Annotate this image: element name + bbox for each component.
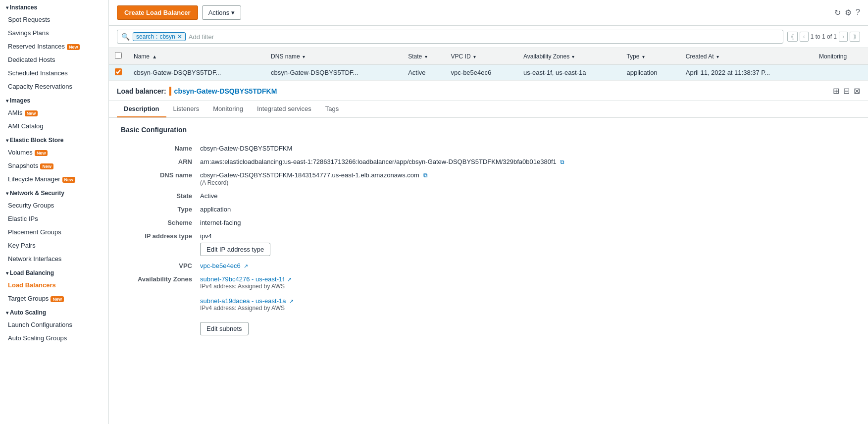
col-header-dns-name[interactable]: DNS name ▾	[265, 48, 402, 65]
sidebar-section-images[interactable]: Images	[0, 93, 108, 106]
vpc-link[interactable]: vpc-be5e4ec6	[200, 262, 241, 269]
sidebar-item-dedicated-hosts[interactable]: Dedicated Hosts	[0, 53, 108, 66]
detail-icon-2[interactable]: ⊟	[843, 86, 850, 96]
sidebar-item-elastic-ips[interactable]: Elastic IPs	[0, 212, 108, 225]
sidebar-item-network-interfaces[interactable]: Network Interfaces	[0, 252, 108, 265]
refresh-icon[interactable]: ↻	[834, 8, 841, 17]
dns-sub-text: (A Record)	[200, 179, 228, 186]
sidebar-item-spot-requests[interactable]: Spot Requests	[0, 13, 108, 26]
detail-row-state: State Active	[121, 189, 856, 203]
subnet1-ext-link-icon: ↗	[287, 276, 292, 282]
sidebar-section-elastic-block-store[interactable]: Elastic Block Store	[0, 133, 108, 146]
subnet2-link[interactable]: subnet-a19dacea - us-east-1a	[200, 297, 286, 305]
sidebar-item-security-groups[interactable]: Security Groups	[0, 199, 108, 212]
col-header-availability-zones[interactable]: Availability Zones ▾	[517, 48, 620, 65]
sidebar-item-reserved-instances[interactable]: Reserved InstancesNew	[0, 40, 108, 53]
dns-name-label: DNS name	[121, 171, 200, 179]
detail-row-dns-name: DNS name cbsyn-Gatew-DSQBYS5TDFKM-184315…	[121, 168, 856, 189]
vpc-label: VPC	[121, 262, 200, 269]
detail-row-type: Type application	[121, 203, 856, 216]
cell-monitoring	[813, 65, 868, 81]
sidebar-item-scheduled-instances[interactable]: Scheduled Instances	[0, 66, 108, 80]
select-all-header[interactable]	[109, 48, 128, 65]
pagination-prev[interactable]: ‹	[800, 32, 809, 42]
pagination-last[interactable]: ⟫	[850, 32, 860, 42]
sidebar-section-instances[interactable]: Instances	[0, 0, 108, 13]
pagination: ⟪ ‹ 1 to 1 of 1 › ⟫	[787, 32, 860, 42]
col-header-vpc-id[interactable]: VPC ID ▾	[445, 48, 517, 65]
name-value: cbsyn-Gatew-DSQBYS5TDFKM	[200, 145, 856, 152]
cell-name: cbsyn-Gatew-DSQBYS5TDF...	[128, 65, 265, 81]
toolbar: Create Load Balancer Actions ▾ ↻ ⚙ ?	[109, 0, 868, 26]
search-tag-key: search	[136, 33, 154, 40]
create-load-balancer-button[interactable]: Create Load Balancer	[117, 5, 198, 20]
sidebar-item-snapshots[interactable]: SnapshotsNew	[0, 159, 108, 172]
sidebar-item-target-groups[interactable]: Target GroupsNew	[0, 292, 108, 305]
row-checkbox-0[interactable]	[115, 68, 122, 75]
table-row[interactable]: cbsyn-Gatew-DSQBYS5TDF...cbsyn-Gatew-DSQ…	[109, 65, 868, 81]
sidebar-item-amis[interactable]: AMIsNew	[0, 106, 108, 119]
load-balancer-name: cbsyn-Gatew-DSQBYS5TDFKM	[174, 87, 277, 95]
vpc-value: vpc-be5e4ec6 ↗	[200, 262, 856, 269]
type-value: application	[200, 206, 856, 213]
tab-tags[interactable]: Tags	[318, 101, 346, 117]
select-all-checkbox[interactable]	[115, 52, 122, 59]
ip-address-type-label: IP address type	[121, 232, 200, 240]
search-tag-close[interactable]: ✕	[177, 33, 182, 40]
pagination-next[interactable]: ›	[839, 32, 848, 42]
col-header-name[interactable]: Name ▲	[128, 48, 265, 65]
arn-copy-icon[interactable]: ⧉	[560, 159, 564, 165]
search-tag: search : cbsyn ✕	[133, 32, 186, 41]
toolbar-icons: ↻ ⚙ ?	[834, 8, 860, 17]
tab-integrated-services[interactable]: Integrated services	[250, 101, 318, 117]
tab-listeners[interactable]: Listeners	[166, 101, 206, 117]
sidebar-item-placement-groups[interactable]: Placement Groups	[0, 225, 108, 239]
detail-icon-1[interactable]: ⊞	[833, 86, 839, 96]
pagination-first[interactable]: ⟪	[787, 32, 798, 42]
type-label: Type	[121, 206, 200, 213]
sidebar-item-lifecycle-manager[interactable]: Lifecycle ManagerNew	[0, 172, 108, 186]
tab-description[interactable]: Description	[117, 101, 166, 117]
detail-row-availability-zones: Availability Zones subnet-79bc4276 - us-…	[121, 272, 856, 338]
arn-label: ARN	[121, 158, 200, 165]
dns-copy-icon[interactable]: ⧉	[423, 172, 428, 179]
col-header-created-at[interactable]: Created At ▾	[680, 48, 813, 65]
sidebar-item-capacity-reservations[interactable]: Capacity Reservations	[0, 80, 108, 93]
sidebar-section-network-&-security[interactable]: Network & Security	[0, 186, 108, 199]
detail-row-scheme: Scheme internet-facing	[121, 216, 856, 229]
tab-monitoring[interactable]: Monitoring	[206, 101, 250, 117]
actions-label: Actions	[208, 9, 230, 16]
actions-button[interactable]: Actions ▾	[202, 5, 242, 20]
vpc-ext-link-icon: ↗	[244, 263, 248, 269]
sidebar-item-savings-plans[interactable]: Savings Plans	[0, 26, 108, 40]
detail-icon-3[interactable]: ⊠	[854, 86, 860, 96]
sidebar-item-volumes[interactable]: VolumesNew	[0, 146, 108, 159]
subnet1-ipv4: IPv4 address: Assigned by AWS	[200, 283, 856, 290]
sidebar-item-load-balancers[interactable]: Load Balancers	[0, 278, 108, 292]
arn-value: arn:aws:elasticloadbalancing:us-east-1:7…	[200, 158, 856, 165]
sidebar-item-auto-scaling-groups[interactable]: Auto Scaling Groups	[0, 331, 108, 345]
add-filter-text[interactable]: Add filter	[189, 33, 214, 41]
sidebar-item-launch-configurations[interactable]: Launch Configurations	[0, 318, 108, 331]
detail-header: Load balancer: cbsyn-Gatew-DSQBYS5TDFKM …	[109, 81, 868, 101]
edit-ip-address-type-button[interactable]: Edit IP address type	[200, 243, 270, 256]
col-header-monitoring[interactable]: Monitoring	[813, 48, 868, 65]
cell-vpc-id: vpc-be5e4ec6	[445, 65, 517, 81]
sidebar-section-auto-scaling[interactable]: Auto Scaling	[0, 305, 108, 318]
settings-icon[interactable]: ⚙	[845, 8, 852, 17]
help-icon[interactable]: ?	[856, 8, 860, 17]
search-icon: 🔍	[121, 33, 130, 41]
ip-address-type-value: ipv4 Edit IP address type	[200, 232, 856, 256]
cell-dns-name: cbsyn-Gatew-DSQBYS5TDF...	[265, 65, 402, 81]
subnet1-link[interactable]: subnet-79bc4276 - us-east-1f	[200, 275, 284, 283]
table-wrapper: Name ▲ DNS name ▾ State ▾ VPC ID ▾ Avail…	[109, 48, 868, 81]
col-header-state[interactable]: State ▾	[402, 48, 445, 65]
sidebar-item-ami-catalog[interactable]: AMI Catalog	[0, 119, 108, 133]
sidebar-item-key-pairs[interactable]: Key Pairs	[0, 239, 108, 252]
edit-subnets-button[interactable]: Edit subnets	[200, 322, 249, 335]
cell-availability-zones: us-east-1f, us-east-1a	[517, 65, 620, 81]
subnet2-ipv4: IPv4 address: Assigned by AWS	[200, 305, 856, 312]
col-header-type[interactable]: Type ▾	[620, 48, 679, 65]
detail-row-ip-address-type: IP address type ipv4 Edit IP address typ…	[121, 229, 856, 259]
sidebar-section-load-balancing[interactable]: Load Balancing	[0, 265, 108, 278]
